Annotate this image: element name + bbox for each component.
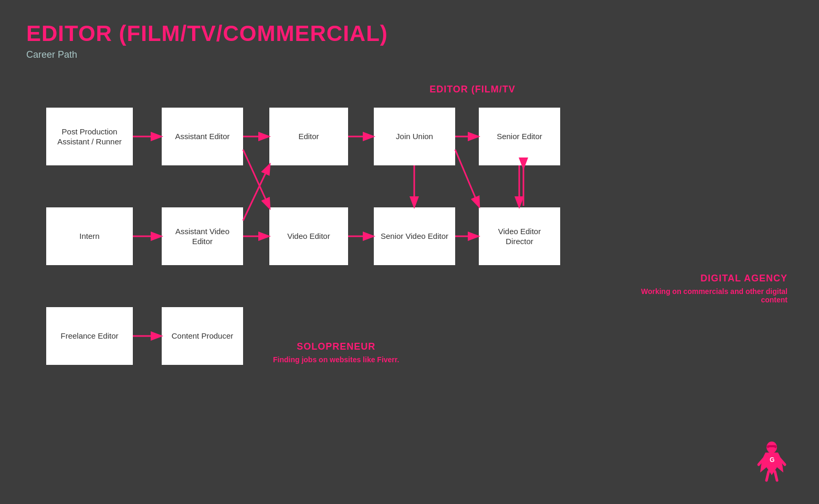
- senior-video-editor-box: Senior Video Editor: [374, 207, 455, 265]
- svg-line-22: [775, 471, 777, 480]
- svg-text:G: G: [770, 456, 774, 464]
- assistant-video-editor-box: Assistant Video Editor: [162, 207, 243, 265]
- svg-line-12: [243, 165, 269, 220]
- digital-agency-title: DIGITAL AGENCY: [640, 273, 788, 284]
- svg-line-14: [455, 150, 479, 206]
- solopreneur-title: SOLOPRENEUR: [273, 341, 399, 352]
- digital-agency-section: DIGITAL AGENCY Working on commercials an…: [640, 273, 788, 304]
- page-title: EDITOR (FILM/TV/COMMERCIAL): [0, 0, 819, 46]
- video-editor-box: Video Editor: [269, 207, 348, 265]
- page-subtitle: Career Path: [0, 46, 819, 60]
- film-tv-label: EDITOR (FILM/TV: [394, 84, 551, 95]
- assistant-editor-box: Assistant Editor: [162, 108, 243, 165]
- intern-box: Intern: [46, 207, 133, 265]
- video-editor-director-box: Video Editor Director: [479, 207, 560, 265]
- solopreneur-desc: Finding jobs on websites like Fiverr.: [273, 355, 399, 364]
- svg-line-11: [243, 150, 269, 207]
- content-producer-box: Content Producer: [162, 307, 243, 365]
- join-union-box: Join Union: [374, 108, 455, 165]
- svg-line-21: [766, 471, 769, 480]
- digital-agency-desc: Working on commercials and other digital…: [640, 287, 788, 304]
- freelance-editor-box: Freelance Editor: [46, 307, 133, 365]
- solopreneur-section: SOLOPRENEUR Finding jobs on websites lik…: [273, 341, 399, 364]
- senior-editor-box: Senior Editor: [479, 108, 560, 165]
- post-production-box: Post Production Assistant / Runner: [46, 108, 133, 165]
- diagram-area: EDITOR (FILM/TV Post Production Assistan…: [0, 74, 819, 504]
- mascot-icon: G: [756, 441, 788, 483]
- editor-box: Editor: [269, 108, 348, 165]
